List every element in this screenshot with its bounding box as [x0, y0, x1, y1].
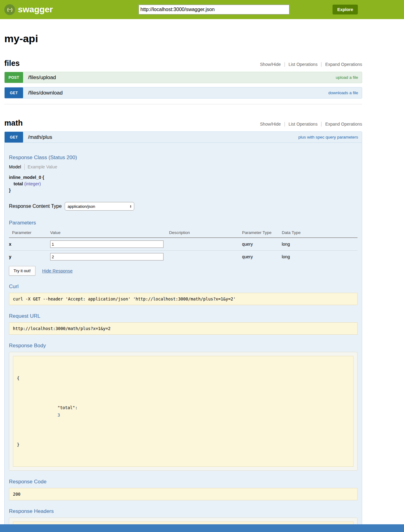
list-operations-link[interactable]: List Operations: [289, 122, 317, 127]
list-operations-link[interactable]: List Operations: [289, 62, 317, 67]
operation-path-link[interactable]: /files/download: [28, 90, 63, 96]
try-it-out-button[interactable]: Try it out!: [9, 266, 35, 276]
show-hide-link[interactable]: Show/Hide: [260, 62, 281, 67]
tab-divider: [24, 164, 25, 170]
operation-path-link[interactable]: /math/plus: [28, 134, 52, 140]
section-divider: [4, 104, 362, 104]
model-tabs: Model Example Value: [9, 164, 358, 170]
col-data-type: Data Type: [282, 229, 358, 238]
get-method-badge[interactable]: GET: [5, 87, 23, 98]
response-class-heading: Response Class (Status 200): [9, 155, 358, 161]
post-method-badge[interactable]: POST: [5, 72, 23, 83]
operation-summary-link[interactable]: downloads a file: [328, 91, 358, 95]
response-code-heading: Response Code: [9, 479, 358, 485]
section-files: files Show/Hide List Operations Expand O…: [4, 59, 362, 99]
operation-heading[interactable]: GET /math/plus plus with spec query para…: [4, 131, 362, 143]
link-divider: [285, 122, 285, 127]
swagger-logo-icon: {···}: [4, 4, 15, 15]
param-name: y: [9, 251, 50, 263]
param-description: [169, 238, 242, 251]
operation-heading[interactable]: POST /files/upload upload a file: [4, 72, 362, 83]
section-links-math: Show/Hide List Operations Expand Operati…: [260, 122, 362, 127]
json-open-brace: {: [17, 374, 349, 382]
parameter-row-x: x query long: [9, 238, 358, 251]
operation-post-files-upload: POST /files/upload upload a file: [4, 72, 362, 83]
model-close: }: [9, 188, 358, 193]
operation-summary-link[interactable]: upload a file: [336, 75, 358, 80]
operation-summary-link[interactable]: plus with spec query parameters: [298, 135, 358, 139]
response-content-type-row: Response Content Type application/json ▲…: [9, 202, 358, 211]
select-arrows-icon: ▲▼: [130, 205, 131, 208]
curl-heading: Curl: [9, 284, 358, 290]
parameters-table: Parameter Value Description Parameter Ty…: [9, 229, 358, 263]
link-divider: [321, 62, 321, 67]
param-name: x: [9, 238, 50, 251]
section-links-files: Show/Hide List Operations Expand Operati…: [260, 62, 362, 68]
param-type: query: [242, 251, 282, 263]
operation-heading[interactable]: GET /files/download downloads a file: [4, 87, 362, 99]
param-data-type: long: [282, 251, 358, 263]
show-hide-link[interactable]: Show/Hide: [260, 122, 281, 127]
request-url-value: http://localhost:3000/math/plus?x=1&y=2: [9, 322, 358, 335]
get-method-badge[interactable]: GET: [5, 132, 23, 143]
hide-response-link[interactable]: Hide Response: [42, 268, 73, 273]
json-close-brace: }: [17, 441, 349, 448]
parameter-row-y: y query long: [9, 251, 358, 263]
param-y-value-input[interactable]: [50, 253, 164, 260]
response-body-heading: Response Body: [9, 343, 358, 349]
operation-get-files-download: GET /files/download downloads a file: [4, 87, 362, 99]
param-type: query: [242, 238, 282, 251]
parameters-heading: Parameters: [9, 220, 358, 226]
spec-url-input[interactable]: [139, 5, 289, 14]
tab-model[interactable]: Model: [9, 164, 21, 169]
json-value: 3: [58, 413, 60, 417]
section-title-files[interactable]: files: [4, 59, 20, 68]
operation-path-link[interactable]: /files/upload: [28, 75, 56, 81]
json-key: "total":: [58, 405, 78, 410]
tab-example-value[interactable]: Example Value: [28, 164, 57, 169]
top-header-bar: {···} swagger Explore: [0, 0, 404, 19]
col-description: Description: [169, 229, 242, 238]
try-it-out-row: Try it out! Hide Response: [9, 266, 358, 276]
param-description: [169, 251, 242, 263]
brand-name: swagger: [18, 5, 53, 14]
link-divider: [321, 122, 321, 127]
response-content-type-select[interactable]: application/json ▲▼: [65, 202, 134, 211]
main-content: my-api files Show/Hide List Operations E…: [4, 33, 362, 532]
explore-button[interactable]: Explore: [333, 5, 358, 14]
col-parameter: Parameter: [9, 229, 50, 238]
section-title-math[interactable]: math: [4, 119, 23, 127]
expand-operations-link[interactable]: Expand Operations: [325, 122, 362, 127]
response-body-json: { "total": 3 }: [13, 356, 354, 467]
link-divider: [285, 62, 285, 67]
swagger-brand[interactable]: {···} swagger: [4, 4, 53, 15]
response-content-type-label: Response Content Type: [9, 204, 62, 209]
request-url-heading: Request URL: [9, 313, 358, 319]
col-value: Value: [50, 229, 169, 238]
response-body-block: { "total": 3 }: [9, 352, 358, 471]
curl-command: curl -X GET --header 'Accept: applicatio…: [9, 293, 358, 305]
section-math: math Show/Hide List Operations Expand Op…: [4, 119, 362, 532]
page-title: my-api: [4, 33, 362, 45]
model-property-type: (integer): [24, 181, 41, 186]
model-open: inline_model_0 {: [9, 175, 358, 180]
model-signature: inline_model_0 { total (integer) }: [9, 175, 358, 193]
footer-bar: [0, 524, 404, 532]
response-headers-heading: Response Headers: [9, 508, 358, 514]
operation-detail-panel: Response Class (Status 200) Model Exampl…: [4, 143, 362, 532]
response-code-value: 200: [9, 488, 358, 500]
operation-get-math-plus: GET /math/plus plus with spec query para…: [4, 131, 362, 532]
expand-operations-link[interactable]: Expand Operations: [325, 62, 362, 67]
selected-option: application/json: [67, 204, 95, 209]
model-property-name: total: [14, 181, 23, 186]
param-x-value-input[interactable]: [50, 240, 164, 248]
col-parameter-type: Parameter Type: [242, 229, 282, 238]
param-data-type: long: [282, 238, 358, 251]
